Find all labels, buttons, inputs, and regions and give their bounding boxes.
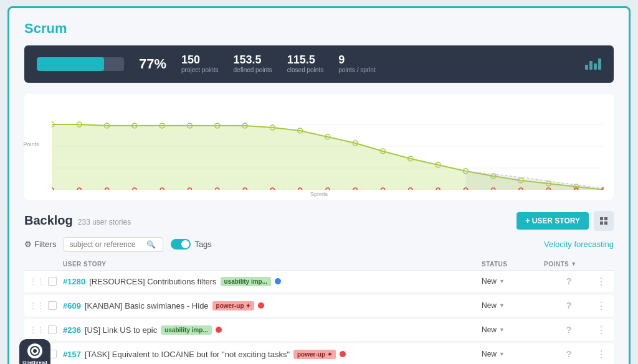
logo-icon xyxy=(27,343,42,358)
svg-marker-32 xyxy=(466,171,604,190)
story-text: [TASK] Equivalent to IOCAINE but for "no… xyxy=(85,350,290,359)
mini-bar-2 xyxy=(589,61,593,70)
story-dot xyxy=(216,327,222,333)
story-dot xyxy=(340,351,346,357)
stat-defined-label: defined points xyxy=(234,67,272,74)
stat-sprint-label: points / sprint xyxy=(338,67,375,74)
mini-bar-3 xyxy=(594,63,597,70)
stat-project-value: 150 xyxy=(181,54,200,67)
story-list: ⋮⋮ #1280 [RESOURCES] Contributions filte… xyxy=(24,271,614,364)
backlog-section: Backlog 233 user stories + USER STORY xyxy=(24,211,614,364)
drag-handle[interactable]: ⋮⋮ xyxy=(29,277,48,286)
svg-rect-55 xyxy=(604,217,607,220)
story-text: [KANBAN] Basic swimlanes - Hide xyxy=(85,301,209,310)
filter-icon: ⚙ xyxy=(24,240,32,249)
col-drag xyxy=(29,261,48,268)
stat-project-label: project points xyxy=(181,67,218,74)
status-cell[interactable]: New ▼ xyxy=(482,277,544,286)
story-dot xyxy=(275,278,281,284)
more-options-button[interactable]: ⋮ xyxy=(594,276,609,287)
story-content: #157 [TASK] Equivalent to IOCAINE but fo… xyxy=(63,350,482,359)
chart-x-label: Sprints xyxy=(34,191,604,197)
story-id[interactable]: #236 xyxy=(63,325,81,335)
status-cell[interactable]: New ▼ xyxy=(482,350,544,358)
chevron-down-icon: ▼ xyxy=(499,278,505,284)
more-options-button[interactable]: ⋮ xyxy=(594,324,609,336)
stat-pct: 77% xyxy=(139,56,166,72)
points-filter-icon: ▼ xyxy=(571,261,576,267)
backlog-count: 233 user stories xyxy=(78,218,131,226)
stats-bar: 77% 150 project points 153.5 defined poi… xyxy=(24,45,614,83)
story-tag[interactable]: usability imp... xyxy=(161,325,211,335)
tags-toggle-wrap: Tags xyxy=(171,239,211,250)
status-cell[interactable]: New ▼ xyxy=(482,325,544,334)
stat-closed-label: closed points xyxy=(287,67,323,74)
status-value: New xyxy=(482,350,497,358)
story-id[interactable]: #1280 xyxy=(63,277,85,286)
points-cell: ? xyxy=(544,325,594,335)
backlog-title-group: Backlog 233 user stories xyxy=(24,213,131,228)
status-value: New xyxy=(482,301,497,310)
story-id[interactable]: #157 xyxy=(63,350,81,359)
backlog-title: Backlog xyxy=(24,213,73,228)
mini-bar-4 xyxy=(598,58,601,70)
story-content: #609 [KANBAN] Basic swimlanes - Hide pow… xyxy=(63,301,482,310)
velocity-forecasting-link[interactable]: Velocity forecasting xyxy=(544,240,614,249)
backlog-actions: + USER STORY xyxy=(517,211,614,231)
row-checkbox[interactable] xyxy=(48,277,57,286)
row-checkbox[interactable] xyxy=(48,325,57,334)
chart-svg-wrapper: 200 150 100 50 0 xyxy=(52,103,604,190)
drag-handle[interactable]: ⋮⋮ xyxy=(29,325,48,334)
chevron-down-icon: ▼ xyxy=(499,302,505,309)
chevron-down-icon: ▼ xyxy=(499,327,505,333)
search-box[interactable]: 🔍 xyxy=(64,237,163,252)
col-status-header: STATUS xyxy=(482,261,544,268)
points-cell: ? xyxy=(544,349,594,359)
grid-view-button[interactable] xyxy=(594,211,614,231)
col-story-header: USER STORY xyxy=(63,261,482,268)
tags-toggle[interactable] xyxy=(171,239,191,250)
col-checkbox xyxy=(48,261,63,268)
logo: Onethread xyxy=(19,339,50,364)
story-tag[interactable]: power-up ✦ xyxy=(293,350,336,359)
points-cell: ? xyxy=(544,301,594,310)
row-checkbox[interactable] xyxy=(48,301,57,310)
table-row: ⋮⋮ #609 [KANBAN] Basic swimlanes - Hide … xyxy=(24,295,614,317)
logo-text: Onethread xyxy=(22,360,47,364)
story-id[interactable]: #609 xyxy=(63,301,81,310)
svg-point-59 xyxy=(33,349,37,353)
status-value: New xyxy=(482,325,497,334)
svg-rect-54 xyxy=(600,217,603,220)
burndown-svg: 200 150 100 50 0 xyxy=(52,103,604,190)
logo-svg xyxy=(30,346,40,356)
story-text: [US] Link US to epic xyxy=(85,325,157,335)
add-user-story-button[interactable]: + USER STORY xyxy=(517,212,589,230)
col-actions xyxy=(594,261,609,268)
story-tag[interactable]: usability imp... xyxy=(221,277,271,286)
stat-sprint-value: 9 xyxy=(338,54,345,67)
toggle-knob xyxy=(181,240,189,248)
stats-chart-icon xyxy=(585,58,601,70)
story-tag[interactable]: power-up ✦ xyxy=(212,301,255,310)
points-cell: ? xyxy=(544,276,594,286)
story-dot xyxy=(258,302,264,309)
stat-closed-points: 115.5 closed points xyxy=(287,54,323,74)
stat-sprint-points: 9 points / sprint xyxy=(338,54,375,74)
drag-handle[interactable]: ⋮⋮ xyxy=(29,301,48,310)
more-options-button[interactable]: ⋮ xyxy=(594,300,609,312)
search-input[interactable] xyxy=(69,240,144,249)
filters-row: ⚙ Filters 🔍 Tags Velocity forecasting xyxy=(24,237,614,252)
filters-button[interactable]: ⚙ Filters xyxy=(24,240,56,249)
progress-track xyxy=(37,57,124,71)
chevron-down-icon: ▼ xyxy=(499,351,505,357)
svg-rect-57 xyxy=(604,222,607,225)
more-options-button[interactable]: ⋮ xyxy=(594,348,609,360)
mini-bar-1 xyxy=(585,65,588,70)
tags-label: Tags xyxy=(194,240,211,249)
chart-y-label: Points xyxy=(23,141,39,147)
filters-left: ⚙ Filters 🔍 Tags xyxy=(24,237,212,252)
app-window: Scrum 77% 150 project points 153.5 defin… xyxy=(7,6,631,364)
stat-defined-value: 153.5 xyxy=(234,54,262,67)
status-cell[interactable]: New ▼ xyxy=(482,301,544,310)
burndown-chart: Points 200 150 100 50 0 xyxy=(24,94,614,200)
